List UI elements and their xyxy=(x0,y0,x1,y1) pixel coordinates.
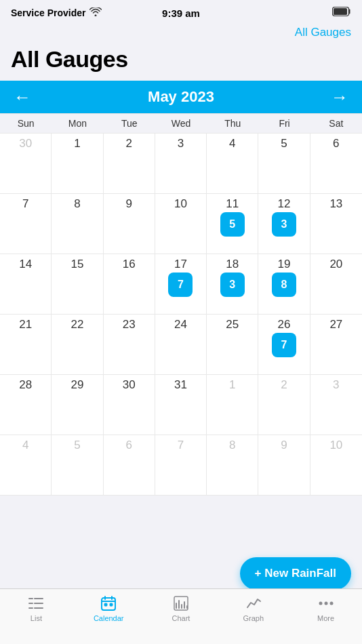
day-cell-w3-d1[interactable]: 22 xyxy=(52,315,103,374)
all-gauges-link[interactable]: All Gauges xyxy=(295,26,351,39)
wifi-icon xyxy=(89,7,102,18)
list-icon xyxy=(27,595,45,612)
day-number: 30 xyxy=(123,379,136,390)
day-number: 10 xyxy=(174,198,187,209)
graph-icon xyxy=(245,595,262,612)
day-header-tue: Tue xyxy=(104,114,155,133)
day-cell-w2-d6[interactable]: 20 xyxy=(310,254,362,314)
day-cell-w0-d0[interactable]: 30 xyxy=(0,134,52,193)
tab-chart-label: Chart xyxy=(172,614,190,622)
tab-list[interactable]: List xyxy=(0,595,73,622)
rainfall-badge: 3 xyxy=(272,212,296,237)
tab-chart[interactable]: Chart xyxy=(145,595,218,622)
tab-graph[interactable]: Graph xyxy=(217,595,289,622)
day-header-thu: Thu xyxy=(207,114,258,133)
day-number: 13 xyxy=(329,198,342,209)
status-bar-time: 9:39 am xyxy=(162,7,200,19)
week-row-4: 28293031123 xyxy=(0,375,362,435)
day-cell-w1-d0[interactable]: 7 xyxy=(0,194,52,254)
day-cell-w3-d2[interactable]: 23 xyxy=(104,315,155,374)
day-cell-w5-d5[interactable]: 9 xyxy=(258,435,310,495)
prev-month-button[interactable]: ← xyxy=(11,88,34,106)
day-header-sun: Sun xyxy=(0,114,52,133)
svg-rect-12 xyxy=(104,603,107,606)
svg-rect-1 xyxy=(334,8,347,15)
day-cell-w1-d3[interactable]: 10 xyxy=(155,194,207,254)
day-cell-w3-d3[interactable]: 24 xyxy=(155,315,207,374)
day-number: 6 xyxy=(333,138,339,149)
day-cell-w2-d5[interactable]: 198 xyxy=(258,254,310,314)
day-cell-w0-d6[interactable]: 6 xyxy=(310,134,362,193)
svg-point-21 xyxy=(324,602,327,605)
day-cell-w0-d1[interactable]: 1 xyxy=(52,134,103,193)
day-number: 2 xyxy=(125,138,132,149)
day-cell-w1-d4[interactable]: 115 xyxy=(207,194,258,254)
day-cell-w4-d6[interactable]: 3 xyxy=(310,375,362,435)
top-nav: All Gauges xyxy=(0,23,362,43)
day-cell-w5-d6[interactable]: 10 xyxy=(310,435,362,495)
day-number: 10 xyxy=(329,439,342,451)
new-rainfall-button[interactable]: + New RainFall xyxy=(240,557,351,590)
day-cell-w1-d1[interactable]: 8 xyxy=(52,194,103,254)
day-cell-w5-d2[interactable]: 6 xyxy=(104,435,155,495)
day-cell-w2-d1[interactable]: 15 xyxy=(52,254,103,314)
day-number: 23 xyxy=(123,319,136,330)
day-cell-w0-d5[interactable]: 5 xyxy=(258,134,310,193)
day-number: 2 xyxy=(281,379,287,390)
day-number: 29 xyxy=(71,379,83,390)
day-cell-w5-d0[interactable]: 4 xyxy=(0,435,52,495)
day-cell-w2-d2[interactable]: 16 xyxy=(104,254,155,314)
day-cell-w4-d2[interactable]: 30 xyxy=(104,375,155,435)
day-headers: Sun Mon Tue Wed Thu Fri Sat xyxy=(0,114,362,134)
day-number: 8 xyxy=(229,439,235,451)
day-number: 3 xyxy=(333,379,339,390)
day-number: 3 xyxy=(178,138,184,149)
day-number: 7 xyxy=(178,439,184,451)
day-number: 4 xyxy=(22,439,28,451)
day-cell-w5-d4[interactable]: 8 xyxy=(207,435,258,495)
day-cell-w2-d0[interactable]: 14 xyxy=(0,254,52,314)
tab-more[interactable]: More xyxy=(289,595,362,622)
week-row-5: 45678910 xyxy=(0,435,362,496)
svg-rect-8 xyxy=(102,598,115,610)
tab-calendar-label: Calendar xyxy=(94,614,124,622)
day-cell-w3-d4[interactable]: 25 xyxy=(207,315,258,374)
day-number: 4 xyxy=(229,138,235,149)
day-cell-w1-d5[interactable]: 123 xyxy=(258,194,310,254)
week-row-1: 7891011512313 xyxy=(0,194,362,254)
day-cell-w2-d4[interactable]: 183 xyxy=(207,254,258,314)
status-bar-left: Service Provider xyxy=(11,7,102,18)
calendar-weeks: 3012345678910115123131415161771831982021… xyxy=(0,134,362,496)
day-header-wed: Wed xyxy=(155,114,207,133)
day-number: 22 xyxy=(71,319,83,330)
tab-calendar[interactable]: Calendar xyxy=(73,595,145,622)
day-cell-w3-d0[interactable]: 21 xyxy=(0,315,52,374)
day-number: 5 xyxy=(74,439,80,451)
day-number: 6 xyxy=(125,439,132,451)
day-number: 7 xyxy=(22,198,28,209)
svg-rect-13 xyxy=(110,603,113,606)
day-cell-w4-d4[interactable]: 1 xyxy=(207,375,258,435)
day-cell-w1-d6[interactable]: 13 xyxy=(310,194,362,254)
day-cell-w4-d1[interactable]: 29 xyxy=(52,375,103,435)
day-number: 12 xyxy=(278,198,291,209)
day-cell-w4-d5[interactable]: 2 xyxy=(258,375,310,435)
next-month-button[interactable]: → xyxy=(328,88,351,106)
day-cell-w4-d0[interactable]: 28 xyxy=(0,375,52,435)
day-number: 9 xyxy=(125,198,132,209)
day-cell-w0-d3[interactable]: 3 xyxy=(155,134,207,193)
day-cell-w0-d4[interactable]: 4 xyxy=(207,134,258,193)
svg-point-20 xyxy=(319,602,322,605)
day-cell-w3-d6[interactable]: 27 xyxy=(310,315,362,374)
day-cell-w2-d3[interactable]: 177 xyxy=(155,254,207,314)
status-bar-right xyxy=(332,7,351,19)
day-cell-w0-d2[interactable]: 2 xyxy=(104,134,155,193)
day-cell-w5-d3[interactable]: 7 xyxy=(155,435,207,495)
battery-icon xyxy=(332,7,351,19)
day-cell-w5-d1[interactable]: 5 xyxy=(52,435,103,495)
week-row-2: 14151617718319820 xyxy=(0,254,362,315)
rainfall-badge: 5 xyxy=(220,212,245,237)
day-cell-w1-d2[interactable]: 9 xyxy=(104,194,155,254)
day-cell-w3-d5[interactable]: 267 xyxy=(258,315,310,374)
day-cell-w4-d3[interactable]: 31 xyxy=(155,375,207,435)
